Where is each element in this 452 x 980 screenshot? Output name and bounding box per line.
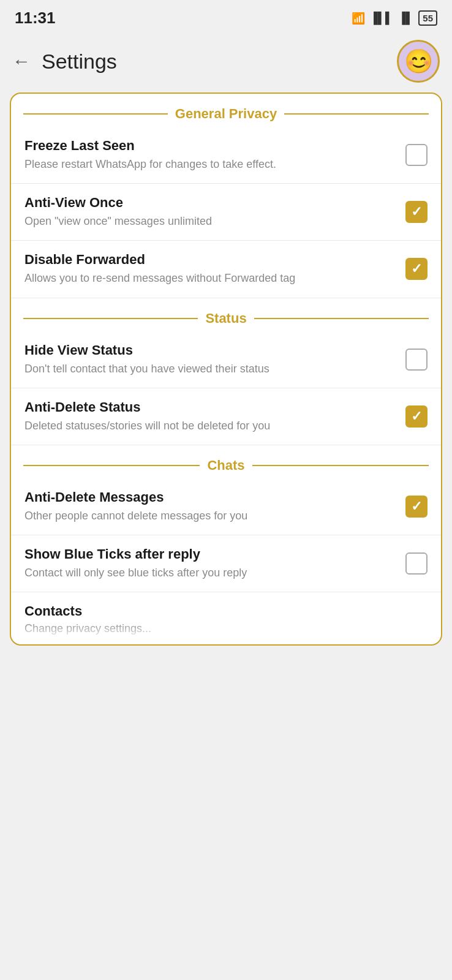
setting-title-freeze-last-seen: Freeze Last Seen [24, 138, 393, 154]
section-title-status: Status [205, 311, 246, 326]
setting-text-anti-view-once: Anti-View Once Open "view once" messages… [24, 195, 405, 229]
checkbox-anti-view-once[interactable] [405, 201, 428, 223]
setting-freeze-last-seen[interactable]: Freeze Last Seen Please restart WhatsApp… [11, 127, 441, 184]
section-chats: Chats [11, 445, 441, 478]
header: ← Settings 😊 [0, 32, 452, 92]
section-line-right-status [254, 318, 429, 319]
section-title-chats: Chats [207, 458, 244, 473]
signal-icon: ▐▌▌ [370, 12, 393, 24]
setting-desc-anti-delete-status: Deleted statuses/stories will not be del… [24, 418, 393, 434]
header-left: ← Settings [12, 50, 117, 74]
setting-title-anti-view-once: Anti-View Once [24, 195, 393, 211]
setting-contacts-partial: Contacts Change privacy settings... [11, 592, 441, 639]
setting-text-disable-forwarded: Disable Forwarded Allows you to re-send … [24, 252, 405, 286]
battery-icon: 55 [418, 10, 437, 26]
checkbox-freeze-last-seen[interactable] [405, 144, 428, 166]
setting-title-show-blue-ticks: Show Blue Ticks after reply [24, 546, 393, 562]
setting-title-anti-delete-status: Anti-Delete Status [24, 399, 393, 415]
checkbox-anti-delete-messages[interactable] [405, 496, 428, 518]
setting-disable-forwarded[interactable]: Disable Forwarded Allows you to re-send … [11, 241, 441, 298]
setting-text-anti-delete-messages: Anti-Delete Messages Other people cannot… [24, 489, 405, 524]
section-general-privacy: General Privacy [11, 94, 441, 127]
page-title: Settings [42, 50, 117, 74]
status-icons: 📶 ▐▌▌ ▐▌ 55 [352, 10, 437, 26]
setting-desc-freeze-last-seen: Please restart WhatsApp for changes to t… [24, 157, 393, 172]
status-time: 11:31 [15, 9, 56, 28]
section-line-right [284, 113, 429, 115]
checkbox-show-blue-ticks[interactable] [405, 552, 428, 575]
setting-text-hide-view-status: Hide View Status Don't tell contact that… [24, 342, 405, 377]
setting-anti-view-once[interactable]: Anti-View Once Open "view once" messages… [11, 184, 441, 241]
setting-anti-delete-status[interactable]: Anti-Delete Status Deleted statuses/stor… [11, 388, 441, 445]
setting-text-freeze-last-seen: Freeze Last Seen Please restart WhatsApp… [24, 138, 405, 172]
section-line-left-status [23, 318, 198, 319]
section-line-left-chats [23, 465, 200, 466]
setting-show-blue-ticks[interactable]: Show Blue Ticks after reply Contact will… [11, 535, 441, 592]
settings-card: General Privacy Freeze Last Seen Please … [10, 92, 442, 646]
setting-desc-anti-view-once: Open "view once" messages unlimited [24, 214, 393, 229]
section-line-right-chats [252, 465, 429, 466]
setting-anti-delete-messages[interactable]: Anti-Delete Messages Other people cannot… [11, 478, 441, 535]
checkbox-anti-delete-status[interactable] [405, 405, 428, 428]
setting-desc-show-blue-ticks: Contact will only see blue ticks after y… [24, 565, 393, 581]
setting-title-hide-view-status: Hide View Status [24, 342, 393, 358]
section-line-left [23, 113, 168, 115]
back-button[interactable]: ← [12, 51, 31, 72]
setting-title-anti-delete-messages: Anti-Delete Messages [24, 489, 393, 505]
section-status: Status [11, 298, 441, 331]
checkbox-hide-view-status[interactable] [405, 349, 428, 371]
wifi-icon: 📶 [352, 12, 365, 25]
setting-title-contacts: Contacts [24, 603, 428, 619]
setting-text-show-blue-ticks: Show Blue Ticks after reply Contact will… [24, 546, 405, 581]
setting-hide-view-status[interactable]: Hide View Status Don't tell contact that… [11, 331, 441, 388]
avatar[interactable]: 😊 [397, 40, 440, 83]
checkbox-disable-forwarded[interactable] [405, 258, 428, 280]
section-title-general-privacy: General Privacy [175, 106, 277, 122]
setting-title-disable-forwarded: Disable Forwarded [24, 252, 393, 268]
setting-desc-hide-view-status: Don't tell contact that you have viewed … [24, 361, 393, 377]
setting-text-anti-delete-status: Anti-Delete Status Deleted statuses/stor… [24, 399, 405, 434]
setting-desc-disable-forwarded: Allows you to re-send messages without F… [24, 271, 393, 286]
setting-desc-anti-delete-messages: Other people cannot delete messages for … [24, 508, 393, 524]
setting-desc-contacts: Change privacy settings... [24, 622, 428, 639]
signal-icon-2: ▐▌ [398, 12, 414, 24]
avatar-emoji: 😊 [404, 48, 433, 75]
status-bar: 11:31 📶 ▐▌▌ ▐▌ 55 [0, 0, 452, 32]
